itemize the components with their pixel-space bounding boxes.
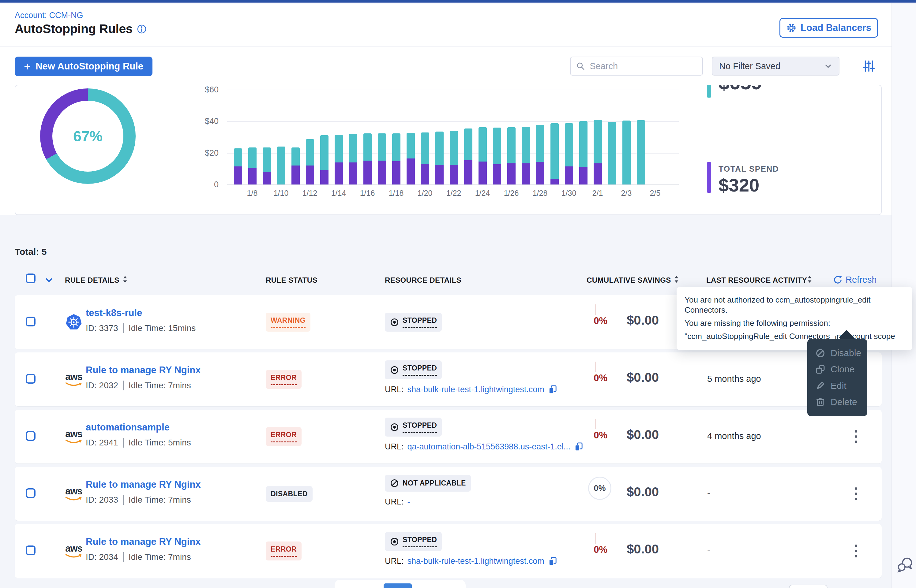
page-size-button[interactable] xyxy=(789,585,827,588)
breadcrumb-account-link[interactable]: Account: CCM-NG xyxy=(15,11,83,20)
load-balancers-button[interactable]: Load Balancers xyxy=(780,18,878,38)
chart-bar[interactable] xyxy=(550,123,559,184)
search-input[interactable] xyxy=(589,61,697,71)
chart-bar[interactable] xyxy=(349,134,357,184)
refresh-button[interactable]: Refresh xyxy=(833,275,877,285)
x-axis-tick-label: 1/16 xyxy=(357,189,378,198)
chart-bar[interactable] xyxy=(507,127,516,184)
rule-status-badge[interactable]: DISABLED xyxy=(266,486,312,502)
copy-icon[interactable] xyxy=(548,385,557,394)
chart-bar[interactable] xyxy=(392,133,400,184)
chart-bar[interactable] xyxy=(277,147,285,184)
search-box[interactable] xyxy=(570,57,703,76)
sort-icon[interactable] xyxy=(674,275,679,283)
chart-bar[interactable] xyxy=(263,147,271,184)
x-axis-tick-label: 1/28 xyxy=(529,189,551,198)
col-header-cumulative-savings[interactable]: CUMULATIVE SAVINGS xyxy=(587,276,671,284)
total-spend-value: $320 xyxy=(719,175,759,196)
row-checkbox[interactable] xyxy=(26,317,36,326)
rule-name-link[interactable]: test-k8s-rule xyxy=(86,307,142,318)
resource-status-badge[interactable]: STOPPED xyxy=(385,532,442,551)
sort-icon[interactable] xyxy=(807,275,812,283)
chart-bar[interactable] xyxy=(306,139,314,184)
chart-bar[interactable] xyxy=(493,128,501,184)
context-menu-item-clone[interactable]: Clone xyxy=(807,364,867,375)
col-header-rule-details[interactable]: RULE DETAILS xyxy=(65,276,120,284)
col-header-resource-details: RESOURCE DETAILS xyxy=(385,276,461,284)
stopped-icon xyxy=(390,318,399,327)
row-checkbox[interactable] xyxy=(26,488,36,498)
chart-bar[interactable] xyxy=(608,122,616,184)
select-all-checkbox[interactable] xyxy=(26,273,36,283)
row-checkbox[interactable] xyxy=(26,431,36,441)
context-menu-item-edit[interactable]: Edit xyxy=(807,381,867,391)
resource-status-badge[interactable]: STOPPED xyxy=(385,360,442,380)
row-checkbox[interactable] xyxy=(26,546,36,555)
rule-status-badge[interactable]: ERROR xyxy=(266,427,301,446)
x-axis-tick-label: 2/3 xyxy=(616,189,637,198)
chart-bar[interactable] xyxy=(565,123,573,184)
resource-url-link[interactable]: sha-bulk-rule-test-1.lightwingtest.com xyxy=(408,385,544,394)
context-menu-item-disable[interactable]: Disable xyxy=(807,348,867,358)
resource-url-link[interactable]: sha-bulk-rule-test-1.lightwingtest.com xyxy=(408,556,544,566)
chart-bar[interactable] xyxy=(378,133,386,184)
info-icon[interactable] xyxy=(137,24,147,34)
chart-bar[interactable] xyxy=(479,127,487,184)
row-checkbox[interactable] xyxy=(26,374,36,384)
chart-bar[interactable] xyxy=(248,147,257,184)
row-actions-menu-button[interactable] xyxy=(849,540,863,562)
chart-bar[interactable] xyxy=(450,131,458,184)
divider xyxy=(123,552,124,562)
x-axis-tick-label: 1/10 xyxy=(270,189,292,198)
chart-bar[interactable] xyxy=(421,132,429,184)
col-header-last-resource-activity[interactable]: LAST RESOURCE ACTIVITY xyxy=(706,276,807,284)
clone-icon xyxy=(815,364,825,375)
chart-bar[interactable] xyxy=(435,132,443,184)
rule-name-link[interactable]: Rule to manage RY Nginx xyxy=(86,365,201,376)
resource-status-badge[interactable]: NOT APPLICABLE xyxy=(385,475,471,492)
row-actions-menu-button[interactable] xyxy=(849,483,863,505)
chat-support-icon[interactable] xyxy=(895,555,914,574)
context-menu-item-delete[interactable]: Delete xyxy=(807,397,867,407)
rule-name-link[interactable]: Rule to manage RY Nginx xyxy=(86,536,201,547)
chevron-down-icon xyxy=(824,62,832,70)
last-resource-activity: 4 months ago xyxy=(707,431,761,441)
chart-bar[interactable] xyxy=(363,133,372,184)
rule-name-link[interactable]: automationsample xyxy=(86,422,170,433)
chart-bar[interactable] xyxy=(594,120,602,184)
chart-bar[interactable] xyxy=(637,120,645,184)
row-context-menu: Disable Clone Edit Delete xyxy=(807,339,867,416)
chart-bar[interactable] xyxy=(320,135,329,184)
rule-status-badge[interactable]: ERROR xyxy=(266,370,301,389)
row-actions-menu-button[interactable] xyxy=(849,426,863,447)
resource-status-badge[interactable]: STOPPED xyxy=(385,313,442,332)
rule-id-and-idle-time: ID: 2033Idle Time: 7mins xyxy=(86,495,191,505)
chart-bar[interactable] xyxy=(464,129,473,184)
chart-bar[interactable] xyxy=(579,121,587,184)
resource-status-badge[interactable]: STOPPED xyxy=(385,418,442,436)
resource-url-link[interactable]: qa-automation-alb-515563988.us-east-1.el… xyxy=(408,442,571,452)
rule-status-badge[interactable]: WARNING xyxy=(266,313,311,332)
chart-bar[interactable] xyxy=(234,149,242,184)
chart-bar[interactable] xyxy=(406,133,415,184)
saved-filter-dropdown[interactable]: No Filter Saved xyxy=(712,57,840,76)
pagination-current-page[interactable] xyxy=(384,583,412,588)
resource-url-row: URL: sha-bulk-rule-test-1.lightwingtest.… xyxy=(385,385,557,394)
resource-url-link[interactable]: - xyxy=(408,497,410,507)
chart-bar[interactable] xyxy=(522,127,530,184)
sort-icon[interactable] xyxy=(123,275,128,283)
rule-status-badge[interactable]: ERROR xyxy=(266,541,301,561)
chart-bar[interactable] xyxy=(536,125,544,184)
rule-id-and-idle-time: ID: 2941Idle Time: 5mins xyxy=(86,438,191,447)
total-count-label: Total: 5 xyxy=(15,247,47,257)
copy-icon[interactable] xyxy=(548,556,557,566)
chart-bar[interactable] xyxy=(291,147,300,184)
chart-bar[interactable] xyxy=(622,121,631,184)
chart-bar[interactable] xyxy=(335,135,343,184)
select-menu-chevron-icon[interactable] xyxy=(45,276,53,284)
rule-name-link[interactable]: Rule to manage RY Nginx xyxy=(86,479,201,490)
filter-panel-button[interactable] xyxy=(860,58,877,75)
new-autostopping-rule-button[interactable]: + New AutoStopping Rule xyxy=(15,57,152,76)
gridline xyxy=(227,184,679,185)
copy-icon[interactable] xyxy=(574,442,584,452)
